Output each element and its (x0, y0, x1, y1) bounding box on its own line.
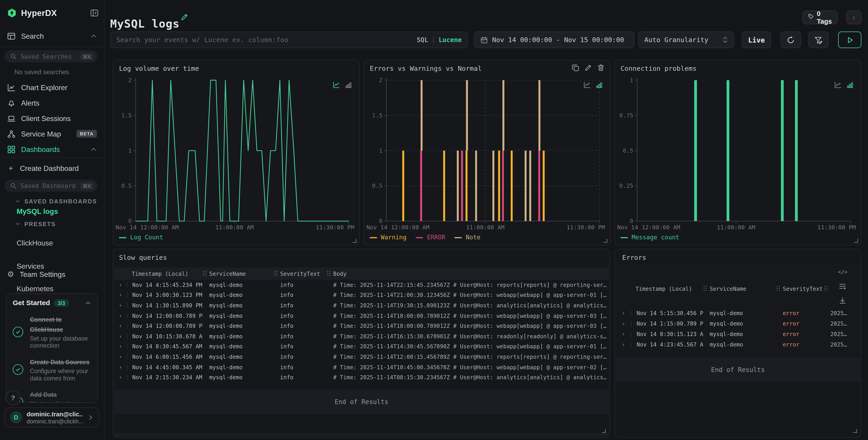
bar-view-icon[interactable] (345, 81, 352, 89)
resize-handle[interactable] (854, 239, 858, 243)
table-row[interactable]: › Nov 14 1:30:15.890 PM mysql-demo info … (114, 300, 609, 310)
line-view-icon[interactable] (834, 81, 842, 89)
sidebar-item-client-sessions[interactable]: Client Sessions (0, 110, 104, 126)
sidebar-item-chart-explorer[interactable]: Chart Explorer (0, 80, 104, 95)
cell-timestamp: Nov 14 2:15:30.234 AM (127, 374, 203, 380)
row-expand-chevron[interactable]: › (616, 310, 631, 317)
legend-item[interactable]: ERROR (416, 234, 445, 241)
legend-item[interactable]: Message count (620, 234, 679, 241)
drag-handle-icon[interactable] (776, 285, 780, 292)
tags-button[interactable]: 0 Tags (803, 10, 837, 24)
saved-dashboards-section-header[interactable]: SAVED DASHBOARDS (15, 198, 99, 205)
event-search-input[interactable]: Search your events w/ Lucene ex. column:… (110, 31, 468, 48)
column-header[interactable]: Body (327, 270, 609, 277)
legend-item[interactable]: Log Count (119, 234, 163, 241)
drag-handle-icon[interactable] (203, 270, 207, 277)
user-menu[interactable]: D dominic.tran@clic... dominic.tran@clic… (4, 407, 99, 427)
line-view-icon[interactable] (333, 81, 340, 89)
table-row[interactable]: › Nov 14 5:15:30.456 PM mysql-demo error… (616, 308, 860, 318)
drag-handle-icon[interactable] (274, 270, 278, 277)
row-expand-chevron[interactable]: › (114, 302, 127, 309)
sidebar-item-search[interactable]: Search (0, 28, 104, 44)
table-row[interactable]: › Nov 14 4:45:00.345 AM mysql-demo info … (114, 362, 609, 372)
row-expand-chevron[interactable]: › (114, 323, 127, 330)
column-header[interactable]: Timestamp (Local) (631, 285, 703, 292)
table-rows: › Nov 14 5:15:30.456 PM mysql-demo error… (616, 308, 860, 350)
table-row[interactable]: › Nov 14 10:15:30.678 AM mysql-demo info… (114, 331, 609, 341)
get-started-item[interactable]: Connect to ClickHouse Set up your databa… (13, 314, 91, 349)
get-started-item[interactable]: Add Data Start sending logs, metrics, or… (13, 389, 91, 403)
column-header[interactable]: Timestamp (Local) (127, 271, 203, 277)
edit-title-icon[interactable] (181, 13, 188, 21)
row-expand-chevron[interactable]: › (114, 364, 127, 371)
row-expand-chevron[interactable]: › (114, 374, 127, 381)
sql-mode-toggle[interactable]: SQL (417, 36, 428, 44)
column-header[interactable]: SeverityText (776, 285, 824, 292)
column-header[interactable] (824, 285, 860, 292)
run-query-button[interactable] (838, 31, 861, 48)
resize-handle[interactable] (853, 429, 857, 433)
table-row[interactable]: › Nov 14 6:00:15.456 AM mysql-demo info … (114, 352, 609, 362)
help-button[interactable]: ? (5, 390, 21, 405)
sidebar-item-team-settings[interactable]: ⚙ Team Settings (0, 268, 104, 280)
table-row[interactable]: › Nov 14 4:23:45.567 AM mysql-demo error… (616, 339, 860, 350)
filter-button[interactable] (808, 31, 829, 48)
sidebar-dashboard-mysql-logs[interactable]: MySQL logs (17, 207, 58, 215)
granularity-select[interactable]: Auto Granularity (638, 31, 734, 48)
live-button[interactable]: Live (742, 31, 771, 48)
row-expand-chevron[interactable]: › (114, 353, 127, 360)
sidebar-item-dashboards[interactable]: Dashboards (0, 141, 104, 157)
create-dashboard-button[interactable]: + Create Dashboard (0, 162, 104, 174)
sidebar-preset-clickhouse[interactable]: ClickHouse (17, 239, 104, 247)
table-row[interactable]: › Nov 14 12:00:00.789 PM mysql-demo info… (114, 321, 609, 331)
saved-dashboards-input[interactable]: Saved Dashboards ⌘K (4, 180, 97, 192)
legend-item[interactable]: Note (455, 234, 480, 241)
beta-badge: BETA (76, 130, 97, 138)
resize-handle[interactable] (353, 239, 356, 243)
drag-handle-icon[interactable] (327, 270, 331, 277)
drag-handle-icon[interactable] (824, 285, 828, 292)
resize-handle[interactable] (602, 429, 606, 433)
table-row[interactable]: › Nov 14 4:15:45.234 PM mysql-demo info … (114, 280, 609, 290)
resize-handle[interactable] (603, 239, 607, 243)
presets-section-header[interactable]: PRESETS (15, 221, 99, 227)
dashboard-menu-button[interactable] (846, 10, 861, 24)
table-row[interactable]: › Nov 14 8:30:45.567 AM mysql-demo info … (114, 341, 609, 351)
column-header[interactable]: ServiceName (203, 270, 274, 277)
row-expand-chevron[interactable]: › (114, 292, 127, 299)
table-row[interactable]: › Nov 14 8:30:15.123 AM mysql-demo error… (616, 329, 860, 339)
lucene-mode-toggle[interactable]: Lucene (439, 36, 462, 44)
drag-handle-icon[interactable] (703, 285, 708, 292)
sidebar-item-alerts[interactable]: Alerts (0, 95, 104, 110)
row-expand-chevron[interactable]: › (114, 281, 127, 289)
sidebar-preset-kubernetes[interactable]: Kubernetes (17, 284, 104, 293)
sidebar-item-service-map[interactable]: Service Map BETA (0, 126, 104, 141)
sidebar-collapse-icon[interactable] (90, 9, 98, 17)
table-title: Slow queries (119, 254, 167, 261)
legend-item[interactable]: Warning (370, 234, 406, 241)
row-expand-chevron[interactable]: › (616, 341, 631, 348)
row-expand-chevron[interactable]: › (114, 333, 127, 340)
bar-view-icon[interactable] (846, 81, 854, 89)
line-view-icon[interactable] (583, 81, 591, 89)
date-range-picker[interactable]: Nov 14 00:00:00 - Nov 15 00:00:00 (474, 31, 634, 48)
download-icon[interactable] (840, 297, 846, 304)
row-expand-chevron[interactable]: › (114, 312, 127, 319)
view-source-icon[interactable]: </> (838, 269, 847, 275)
column-header[interactable]: ServiceName (703, 285, 776, 292)
bar-view-icon[interactable] (596, 81, 603, 89)
refresh-button[interactable] (781, 31, 801, 48)
chevron-up-icon[interactable] (85, 300, 91, 306)
row-expand-chevron[interactable]: › (114, 343, 127, 350)
row-expand-chevron[interactable]: › (616, 320, 631, 327)
kebab-icon (852, 14, 856, 21)
table-row[interactable]: › Nov 14 1:15:00.789 PM mysql-demo error… (616, 318, 860, 329)
get-started-progress-badge: 3/3 (54, 299, 69, 307)
row-expand-chevron[interactable]: › (616, 331, 631, 338)
column-header[interactable]: SeverityText (274, 270, 327, 277)
table-row[interactable]: › Nov 14 12:00:00.789 PM mysql-demo info… (114, 310, 609, 321)
table-row[interactable]: › Nov 14 3:00:30.123 PM mysql-demo info … (114, 290, 609, 300)
get-started-item[interactable]: Create Data Sources Configure where your… (13, 357, 91, 382)
saved-searches-input[interactable]: Saved Searches ⌘K (4, 50, 97, 62)
table-row[interactable]: › Nov 14 2:15:30.234 AM mysql-demo info … (114, 372, 609, 382)
